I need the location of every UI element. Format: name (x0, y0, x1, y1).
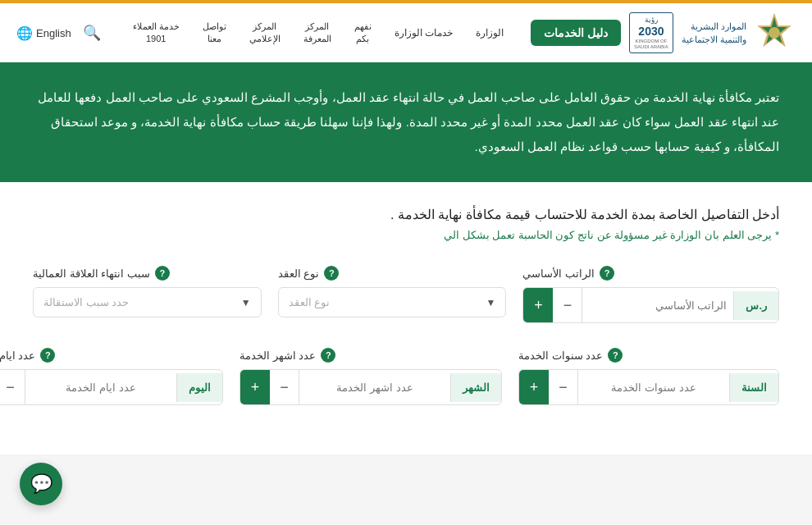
months-help-icon[interactable]: ? (321, 348, 335, 363)
vision-badge: رؤية 2030 KINGDOM OF SAUDI ARABIA (629, 12, 673, 53)
months-label: ? عدد اشهر الخدمة (239, 348, 502, 363)
salary-plus-button[interactable]: + (523, 288, 553, 322)
salary-field: ر.س − + (522, 287, 779, 323)
years-input[interactable] (578, 373, 729, 402)
language-label: English (36, 27, 71, 39)
days-label: ? عدد ايام الخدمة (0, 348, 223, 363)
ministry-star-logo (753, 11, 796, 54)
main-nav: الوزارة خدمات الوزارة نفهم بكم المركز ال… (106, 14, 531, 52)
services-button[interactable]: دليل الخدمات (531, 20, 621, 46)
hero-section: تعتبر مكافأة نهاية الخدمة من حقوق العامل… (0, 62, 812, 182)
contract-type-dropdown[interactable]: ▼ نوع العقد (278, 287, 507, 317)
termination-help-icon[interactable]: ? (155, 266, 170, 281)
termination-dropdown-arrow: ▼ (241, 297, 251, 308)
contract-label: ? نوع العقد (278, 266, 507, 281)
months-input[interactable] (299, 373, 450, 402)
nav-item-media[interactable]: المركز الإعلامي (238, 14, 292, 52)
form-group-salary: ? الراتب الأساسي ر.س − + (522, 266, 779, 323)
form-row-2: ? عدد سنوات الخدمة السنة − + ? عدد اشهر … (33, 348, 779, 405)
salary-input[interactable] (582, 291, 733, 320)
hero-text: تعتبر مكافأة نهاية الخدمة من حقوق العامل… (33, 85, 779, 159)
nav-item-ministry[interactable]: الوزارة (464, 20, 515, 47)
salary-help-icon[interactable]: ? (600, 266, 614, 281)
chat-button[interactable]: 💬 (20, 463, 62, 505)
years-stepper: السنة − + (518, 369, 779, 405)
years-plus-button[interactable]: + (519, 370, 549, 404)
termination-label: ? سبب انتهاء العلاقة العمالية (33, 266, 262, 281)
search-button[interactable]: 🔍 (78, 24, 106, 42)
months-minus-button[interactable]: − (270, 370, 299, 404)
years-help-icon[interactable]: ? (608, 348, 623, 363)
salary-minus-button[interactable]: − (553, 288, 582, 322)
years-label: ? عدد سنوات الخدمة (518, 348, 779, 363)
globe-icon: 🌐 (16, 25, 33, 41)
services-button-label: دليل الخدمات (544, 26, 608, 39)
nav-item-understand[interactable]: نفهم بكم (343, 14, 383, 52)
contract-help-icon[interactable]: ? (324, 266, 339, 281)
days-unit: اليوم (176, 373, 222, 402)
contract-placeholder: نوع العقد (289, 296, 331, 308)
months-plus-button[interactable]: + (240, 370, 270, 404)
header: الموارد البشرية والتنمية الاجتماعية رؤية… (0, 3, 812, 62)
salary-currency: ر.س (733, 291, 778, 320)
chat-icon: 💬 (30, 473, 52, 495)
form-group-termination: ? سبب انتهاء العلاقة العمالية ▼ حدد سبب … (33, 266, 262, 323)
years-minus-button[interactable]: − (549, 370, 578, 404)
months-stepper: الشهر − + (239, 369, 502, 405)
form-group-months: ? عدد اشهر الخدمة الشهر − + (239, 348, 502, 405)
contract-dropdown-arrow: ▼ (486, 297, 495, 308)
termination-reason-dropdown[interactable]: ▼ حدد سبب الاستقالة (33, 287, 262, 317)
nav-item-customer-service[interactable]: خدمة العملاء 1901 (121, 14, 191, 52)
days-minus-button[interactable]: − (0, 370, 25, 404)
section-note: * يرجى العلم بان الوزارة غير مسؤولة عن ن… (33, 229, 779, 241)
logo-area: الموارد البشرية والتنمية الاجتماعية (682, 11, 796, 54)
ministry-name: الموارد البشرية والتنمية الاجتماعية (682, 20, 746, 47)
nav-item-knowledge[interactable]: المركز المعرفة (292, 14, 343, 52)
nav-item-contact[interactable]: تواصل معنا (191, 14, 238, 52)
language-selector[interactable]: English 🌐 (16, 25, 71, 41)
salary-label: ? الراتب الأساسي (522, 266, 779, 281)
termination-placeholder: حدد سبب الاستقالة (43, 296, 129, 308)
form-row-1: ? الراتب الأساسي ر.س − + ? نوع العقد ▼ ن… (33, 266, 779, 323)
days-input[interactable] (25, 373, 176, 402)
nav-item-services[interactable]: خدمات الوزارة (383, 20, 464, 47)
days-help-icon[interactable]: ? (40, 348, 55, 363)
years-unit: السنة (729, 373, 778, 402)
form-group-days: ? عدد ايام الخدمة اليوم − + (0, 348, 223, 405)
main-content: أدخل التفاصيل الخاصة بمدة الخدمة للاحتسا… (0, 182, 812, 454)
months-unit: الشهر (450, 373, 501, 402)
header-right: الموارد البشرية والتنمية الاجتماعية رؤية… (531, 11, 796, 54)
days-stepper: اليوم − + (0, 369, 223, 405)
section-title: أدخل التفاصيل الخاصة بمدة الخدمة للاحتسا… (33, 207, 779, 222)
header-left: 🔍 English 🌐 (16, 24, 106, 42)
svg-point-2 (769, 27, 780, 39)
form-group-contract: ? نوع العقد ▼ نوع العقد (278, 266, 507, 323)
form-group-years: ? عدد سنوات الخدمة السنة − + (518, 348, 779, 405)
